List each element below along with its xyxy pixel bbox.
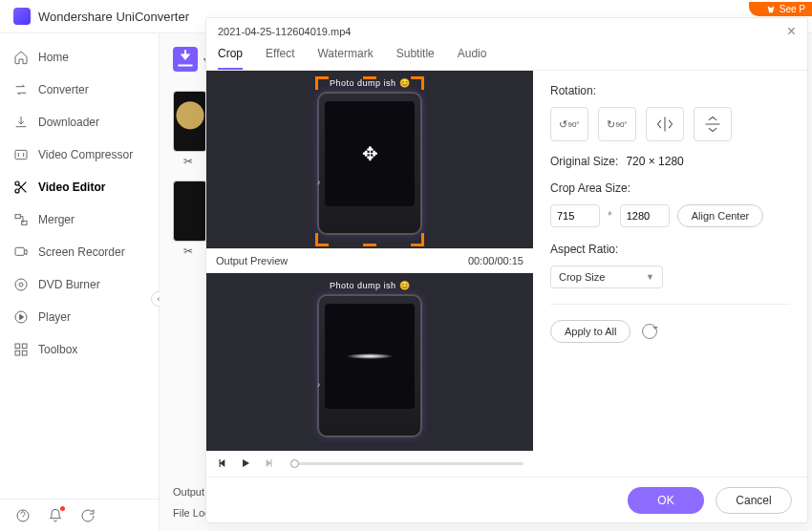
sidebar: Home Converter Downloader Video Compress… [0, 33, 160, 531]
aspect-ratio-select[interactable]: Crop Size ▼ [550, 266, 663, 288]
preview-column: Photo dump ish 😊 ✥♪ Output Preview 00:00… [206, 71, 533, 477]
rotation-label: Rotation: [550, 84, 790, 97]
video-caption: Photo dump ish 😊 [317, 281, 422, 290]
tab-watermark[interactable]: Watermark [317, 47, 373, 70]
crop-editor-modal: 2021-04-25-112604019.mp4 × Crop Effect W… [205, 17, 808, 523]
ok-button[interactable]: OK [628, 487, 704, 514]
crop-width-input[interactable] [550, 204, 600, 227]
svg-rect-9 [15, 344, 20, 349]
close-icon[interactable]: × [787, 23, 796, 40]
sidebar-item-compressor[interactable]: Video Compressor [0, 138, 159, 171]
crop-preview-output: Photo dump ish 😊 ♪ [206, 273, 533, 451]
reset-icon[interactable] [642, 324, 657, 339]
see-plans-label: See P [780, 4, 805, 14]
svg-point-2 [15, 189, 19, 193]
apply-to-all-button[interactable]: Apply to All [550, 320, 630, 343]
add-media-button[interactable]: ▾ [173, 47, 208, 72]
scissors-icon [13, 180, 29, 195]
grid-icon [13, 342, 29, 357]
sidebar-item-player[interactable]: Player [0, 301, 159, 333]
tab-subtitle[interactable]: Subtitle [396, 47, 435, 70]
output-preview-label: Output Preview [216, 255, 288, 266]
sidebar-item-toolbox[interactable]: Toolbox [0, 333, 159, 366]
sidebar-label: DVD Burner [38, 278, 100, 291]
sidebar-label: Video Compressor [38, 148, 133, 161]
svg-rect-3 [15, 215, 20, 219]
video-thumbnail[interactable]: ✂ [173, 181, 207, 242]
disc-icon [13, 277, 29, 292]
prev-frame-button[interactable] [216, 457, 229, 470]
home-icon [13, 50, 29, 65]
sidebar-label: Home [38, 51, 69, 64]
svg-point-6 [15, 279, 27, 290]
help-icon[interactable] [15, 508, 31, 523]
crop-settings: Rotation: ↺90° ↻90° Original Size: 720 ×… [533, 71, 807, 477]
cancel-button[interactable]: Cancel [716, 487, 792, 514]
multiply-symbol: * [608, 209, 612, 223]
add-file-icon [173, 47, 198, 72]
time-display: 00:00/00:15 [468, 255, 524, 266]
original-size-value: 720 × 1280 [626, 155, 683, 168]
sidebar-label: Player [38, 310, 71, 324]
rotate-right-button[interactable]: ↻90° [598, 107, 636, 141]
crop-height-input[interactable] [620, 204, 670, 227]
modal-filename: 2021-04-25-112604019.mp4 [218, 26, 351, 37]
svg-rect-12 [22, 350, 27, 355]
video-thumbnail[interactable]: ✂ [173, 91, 207, 152]
sidebar-label: Merger [38, 213, 75, 226]
app-name: Wondershare UniConverter [38, 10, 189, 24]
flip-horizontal-button[interactable] [646, 107, 684, 141]
scissors-icon[interactable]: ✂ [183, 244, 193, 258]
bell-icon[interactable] [48, 508, 63, 523]
crop-area-label: Crop Area Size: [550, 181, 790, 195]
sidebar-item-recorder[interactable]: Screen Recorder [0, 236, 159, 268]
svg-rect-0 [15, 150, 27, 159]
crop-preview-source[interactable]: Photo dump ish 😊 ✥♪ [206, 71, 533, 248]
sidebar-item-home[interactable]: Home [0, 41, 159, 74]
sidebar-label: Toolbox [38, 343, 77, 356]
aspect-ratio-value: Crop Size [559, 271, 605, 283]
svg-rect-4 [22, 221, 27, 224]
see-plans-badge[interactable]: See P [749, 2, 812, 16]
sidebar-label: Video Editor [38, 181, 105, 194]
svg-rect-10 [22, 344, 27, 349]
merge-icon [13, 212, 29, 227]
playback-controls [206, 451, 533, 477]
converter-icon [13, 82, 29, 97]
feedback-icon[interactable] [80, 508, 96, 523]
chevron-down-icon: ▼ [646, 272, 654, 282]
original-size-label: Original Size: [550, 155, 618, 168]
app-logo [13, 8, 31, 25]
sidebar-item-dvd[interactable]: DVD Burner [0, 268, 159, 301]
editor-tabs: Crop Effect Watermark Subtitle Audio [206, 39, 807, 71]
svg-rect-11 [15, 350, 20, 355]
sidebar-label: Downloader [38, 116, 99, 129]
bottom-toolbar [0, 499, 160, 531]
scissors-icon[interactable]: ✂ [183, 155, 193, 168]
align-center-button[interactable]: Align Center [677, 204, 764, 227]
sidebar-item-converter[interactable]: Converter [0, 74, 159, 106]
next-frame-button[interactable] [262, 457, 275, 470]
flip-vertical-button[interactable] [694, 107, 732, 141]
sidebar-item-downloader[interactable]: Downloader [0, 106, 159, 138]
sidebar-item-editor[interactable]: Video Editor [0, 171, 159, 203]
play-icon [13, 309, 29, 325]
sidebar-label: Converter [38, 83, 89, 96]
compress-icon [13, 147, 29, 162]
play-button[interactable] [239, 457, 252, 470]
svg-point-7 [19, 283, 23, 287]
sidebar-label: Screen Recorder [38, 245, 125, 259]
recorder-icon [13, 244, 29, 260]
tab-crop[interactable]: Crop [218, 47, 243, 70]
tab-audio[interactable]: Audio [458, 47, 487, 70]
download-icon [13, 115, 29, 130]
modal-footer: OK Cancel [206, 477, 807, 522]
sidebar-item-merger[interactable]: Merger [0, 203, 159, 236]
tab-effect[interactable]: Effect [266, 47, 294, 70]
crop-handles[interactable] [315, 76, 424, 246]
rotate-left-button[interactable]: ↺90° [550, 107, 588, 141]
svg-point-1 [15, 181, 19, 185]
timeline-slider[interactable] [290, 462, 524, 465]
aspect-ratio-label: Aspect Ratio: [550, 243, 790, 256]
svg-rect-5 [15, 247, 24, 255]
